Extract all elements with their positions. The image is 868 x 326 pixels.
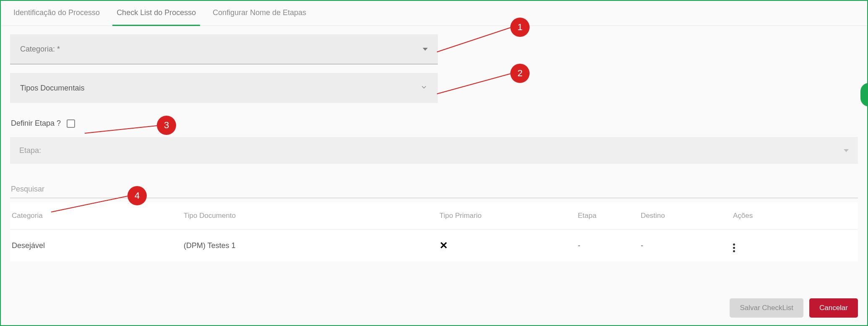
- cancelar-button[interactable]: Cancelar: [809, 298, 858, 318]
- col-categoria: Categoria: [12, 212, 184, 220]
- col-destino: Destino: [641, 212, 733, 220]
- callout-2: 2: [510, 64, 530, 83]
- cell-etapa: -: [578, 241, 641, 250]
- col-acoes: Ações: [733, 212, 825, 220]
- close-icon: ✕: [439, 240, 448, 251]
- tab-identificacao[interactable]: Identificação do Processo: [13, 8, 100, 26]
- row-actions-menu[interactable]: [733, 243, 735, 252]
- callout-1: 1: [510, 18, 530, 37]
- col-etapa: Etapa: [578, 212, 641, 220]
- callout-4: 4: [127, 186, 147, 205]
- cell-acoes: [733, 239, 825, 252]
- tipos-label: Tipos Documentais: [20, 84, 84, 93]
- definir-etapa-row: Definir Etapa ?: [10, 111, 858, 135]
- tab-checklist[interactable]: Check List do Processo: [117, 8, 196, 26]
- cell-destino: -: [641, 241, 733, 250]
- tab-configurar[interactable]: Configurar Nome de Etapas: [213, 8, 306, 26]
- cell-tipo-documento: (DPM) Testes 1: [184, 241, 439, 250]
- caret-down-icon: [844, 149, 849, 152]
- etapa-dropdown[interactable]: Etapa:: [10, 137, 858, 164]
- definir-etapa-label: Definir Etapa ?: [11, 119, 61, 128]
- etapa-label: Etapa:: [19, 146, 41, 155]
- cell-tipo-primario: ✕: [439, 240, 578, 251]
- tipos-documentais-dropdown[interactable]: Tipos Documentais: [10, 73, 438, 103]
- categoria-label: Categoria: *: [20, 45, 60, 54]
- table-row: Desejável (DPM) Testes 1 ✕ - -: [10, 230, 858, 261]
- callout-3: 3: [157, 116, 176, 135]
- categoria-dropdown[interactable]: Categoria: *: [10, 34, 438, 65]
- tabs-bar: Identificação do Processo Check List do …: [1, 1, 867, 26]
- definir-etapa-checkbox[interactable]: [67, 119, 75, 128]
- col-tipo-documento: Tipo Documento: [184, 212, 439, 220]
- caret-down-icon: [423, 48, 428, 51]
- chevron-down-icon: [420, 83, 428, 93]
- cell-categoria: Desejável: [12, 241, 184, 250]
- table-header: Categoria Tipo Documento Tipo Primario E…: [10, 202, 858, 230]
- col-tipo-primario: Tipo Primario: [439, 212, 578, 220]
- footer-buttons: Salvar CheckList Cancelar: [730, 298, 858, 318]
- salvar-checklist-button[interactable]: Salvar CheckList: [730, 298, 803, 318]
